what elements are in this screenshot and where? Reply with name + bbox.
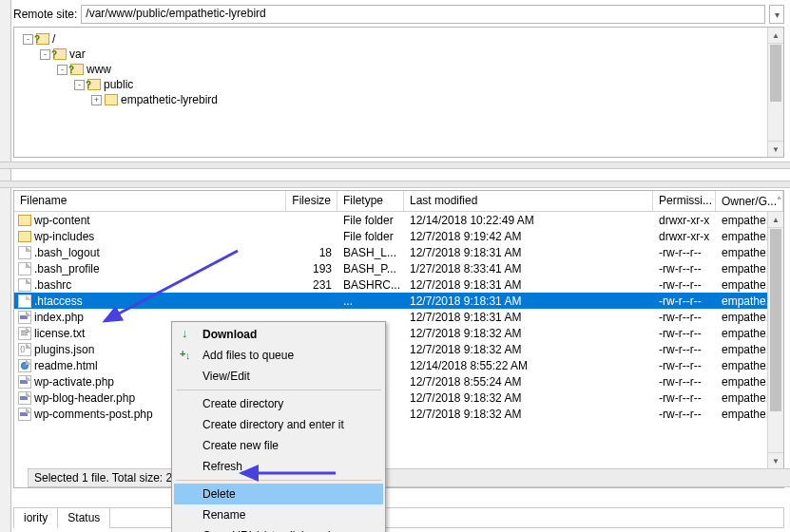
file-permissions: -rw-r--r-- bbox=[653, 262, 716, 276]
menu-delete[interactable]: Delete bbox=[174, 484, 383, 504]
file-permissions: -rw-r--r-- bbox=[653, 311, 716, 324]
remote-site-bar: Remote site: /var/www/public/empathetic-… bbox=[13, 4, 784, 25]
tree-expander[interactable]: - bbox=[74, 80, 85, 90]
file-name: .bash_profile bbox=[34, 262, 100, 276]
question-folder-icon bbox=[53, 48, 67, 60]
file-modified: 12/7/2018 9:18:32 AM bbox=[404, 327, 653, 340]
file-icon bbox=[18, 375, 31, 389]
col-permissions[interactable]: Permissi... bbox=[653, 191, 716, 211]
file-row[interactable]: wp-contentFile folder12/14/2018 10:22:49… bbox=[14, 212, 783, 228]
file-name: wp-content bbox=[34, 214, 90, 227]
file-permissions: -rw-r--r-- bbox=[653, 391, 716, 405]
file-icon bbox=[18, 262, 31, 276]
file-row[interactable]: .bash_logout18BASH_L...12/7/2018 9:18:31… bbox=[14, 244, 783, 260]
file-permissions: -rw-r--r-- bbox=[653, 278, 716, 292]
file-name: plugins.json bbox=[34, 343, 94, 356]
file-type: File folder bbox=[337, 214, 404, 227]
menu-view-edit[interactable]: View/Edit bbox=[174, 366, 383, 387]
file-type: BASH_P... bbox=[337, 262, 404, 276]
tree-expander[interactable]: - bbox=[40, 49, 50, 60]
tree-node[interactable]: -www bbox=[20, 62, 778, 77]
file-permissions: -rw-r--r-- bbox=[653, 246, 716, 259]
add-queue-icon bbox=[180, 348, 195, 363]
col-modified[interactable]: Last modified bbox=[404, 191, 653, 211]
file-modified: 12/7/2018 9:18:32 AM bbox=[404, 408, 653, 421]
file-row[interactable]: wp-blog-header.php12/7/2018 9:18:32 AM-r… bbox=[14, 390, 783, 406]
scroll-down-icon[interactable]: ▼ bbox=[768, 452, 783, 468]
tree-expander[interactable]: - bbox=[23, 34, 33, 45]
path-dropdown-button[interactable]: ▾ bbox=[769, 5, 784, 24]
file-size: 231 bbox=[286, 278, 337, 292]
question-folder-icon bbox=[87, 79, 101, 90]
menu-create-directory-enter[interactable]: Create directory and enter it bbox=[174, 414, 383, 435]
menu-copy-url[interactable]: Copy URL(s) to clipboard bbox=[174, 525, 383, 532]
tree-node[interactable]: -var bbox=[20, 47, 778, 62]
menu-add-to-queue[interactable]: Add files to queue bbox=[174, 345, 383, 366]
scroll-thumb[interactable] bbox=[770, 45, 781, 102]
col-owner[interactable]: Owner/G...˄ bbox=[716, 191, 783, 211]
scroll-up-icon[interactable]: ▲ bbox=[768, 28, 783, 44]
context-menu: Download Add files to queue View/Edit Cr… bbox=[171, 321, 386, 532]
scroll-down-icon[interactable]: ▼ bbox=[768, 141, 783, 157]
file-icon bbox=[18, 311, 31, 324]
remote-site-label: Remote site: bbox=[13, 8, 77, 21]
tree-label: / bbox=[52, 31, 55, 47]
file-name: .bashrc bbox=[34, 278, 71, 292]
file-row[interactable]: wp-activate.php12/7/2018 8:55:24 AM-rw-r… bbox=[14, 373, 783, 390]
col-filename[interactable]: Filename bbox=[14, 191, 286, 211]
file-row[interactable]: plugins.json12/7/2018 9:18:32 AM-rw-r--r… bbox=[14, 341, 783, 357]
file-row[interactable]: license.txt12/7/2018 9:18:32 AM-rw-r--r-… bbox=[14, 325, 783, 341]
file-name: license.txt bbox=[34, 327, 85, 340]
tree-label: www bbox=[87, 62, 111, 77]
tree-node[interactable]: +empathetic-lyrebird bbox=[20, 92, 778, 107]
tree-expander[interactable]: - bbox=[57, 65, 67, 75]
file-row[interactable]: wp-includesFile folder12/7/2018 9:19:42 … bbox=[14, 228, 783, 244]
file-modified: 12/7/2018 9:18:32 AM bbox=[404, 391, 653, 405]
menu-rename[interactable]: Rename bbox=[174, 504, 383, 525]
splitter-mid[interactable] bbox=[0, 180, 790, 188]
question-folder-icon bbox=[36, 33, 49, 45]
directory-tree-pane: -/-var-www-public+empathetic-lyrebird ▲ … bbox=[13, 27, 784, 158]
col-filesize[interactable]: Filesize bbox=[286, 191, 337, 211]
file-list-pane: Filename Filesize Filetype Last modified… bbox=[13, 190, 784, 488]
file-row[interactable]: wp-comments-post.php12/7/2018 9:18:32 AM… bbox=[14, 406, 783, 422]
file-row[interactable]: .bashrc231BASHRC...12/7/2018 9:18:31 AM-… bbox=[14, 276, 783, 293]
menu-create-directory[interactable]: Create directory bbox=[174, 393, 383, 414]
tree-node[interactable]: -public bbox=[20, 77, 778, 92]
file-row[interactable]: .bash_profile193BASH_P...1/27/2018 8:33:… bbox=[14, 260, 783, 276]
remote-path-input[interactable]: /var/www/public/empathetic-lyrebird bbox=[81, 5, 765, 24]
tab-status[interactable]: Status bbox=[57, 507, 110, 528]
tree-scrollbar[interactable]: ▲ ▼ bbox=[767, 28, 783, 157]
menu-refresh[interactable]: Refresh bbox=[174, 456, 383, 477]
question-folder-icon bbox=[70, 64, 84, 75]
scroll-up-icon[interactable]: ▲ bbox=[768, 212, 783, 228]
chevron-down-icon: ▾ bbox=[775, 10, 780, 20]
menu-create-file[interactable]: Create new file bbox=[174, 435, 383, 456]
file-name: wp-comments-post.php bbox=[34, 408, 153, 421]
col-filetype[interactable]: Filetype bbox=[337, 191, 404, 211]
file-row[interactable]: readme.html12/14/2018 8:55:22 AM-rw-r--r… bbox=[14, 357, 783, 373]
menu-download[interactable]: Download bbox=[174, 324, 383, 345]
tree-label: var bbox=[69, 47, 86, 62]
status-text: Selected 1 file. Total size: 235 bbox=[34, 471, 185, 484]
file-modified: 12/7/2018 8:55:24 AM bbox=[404, 375, 653, 389]
tree-node[interactable]: -/ bbox=[20, 31, 778, 47]
bottom-tabs: iority Status bbox=[13, 507, 784, 528]
menu-separator bbox=[176, 390, 381, 390]
file-permissions: -rw-r--r-- bbox=[653, 359, 716, 372]
file-modified: 12/7/2018 9:18:32 AM bbox=[404, 343, 653, 356]
file-name: wp-blog-header.php bbox=[34, 391, 135, 405]
file-name: readme.html bbox=[34, 359, 98, 372]
file-row[interactable]: .htaccess...12/7/2018 9:18:31 AM-rw-r--r… bbox=[14, 293, 783, 309]
tab-priority[interactable]: iority bbox=[13, 507, 57, 528]
file-icon bbox=[18, 408, 31, 421]
file-modified: 1/27/2018 8:33:41 AM bbox=[404, 262, 653, 276]
list-scrollbar[interactable]: ▲ ▼ bbox=[767, 212, 783, 468]
file-modified: 12/7/2018 9:18:31 AM bbox=[404, 294, 653, 308]
splitter-top[interactable] bbox=[0, 162, 790, 169]
file-row[interactable]: index.php12/7/2018 9:18:31 AM-rw-r--r--e… bbox=[14, 309, 783, 325]
tree-expander[interactable]: + bbox=[91, 95, 102, 105]
file-permissions: -rw-r--r-- bbox=[653, 343, 716, 356]
scroll-thumb[interactable] bbox=[770, 229, 781, 411]
folder-icon bbox=[105, 94, 118, 105]
